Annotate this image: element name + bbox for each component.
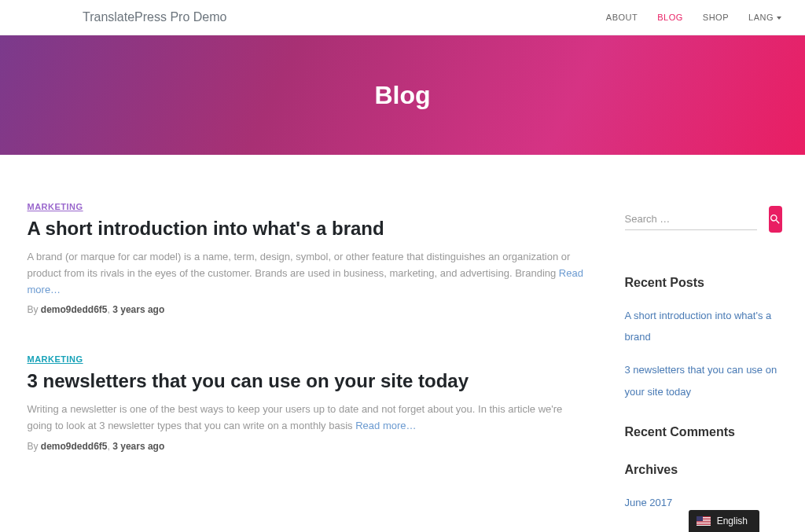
post: MARKETING A short introduction into what… <box>28 202 586 315</box>
nav-menu: ABOUT BLOG SHOP LANG <box>606 13 781 22</box>
post: MARKETING 3 newsletters that you can use… <box>28 354 586 452</box>
svg-rect-6 <box>697 525 711 526</box>
nav-link[interactable]: ABOUT <box>606 13 638 22</box>
list-item: June 2017 <box>625 491 782 512</box>
post-author[interactable]: demo9dedd6f5 <box>41 304 108 315</box>
search-input[interactable] <box>625 208 757 230</box>
post-excerpt: A brand (or marque for car model) is a n… <box>28 249 586 298</box>
page-title: Blog <box>374 81 430 110</box>
widget-title: Recent Posts <box>625 276 782 290</box>
language-switcher[interactable]: English <box>689 510 759 532</box>
archives-widget: Archives June 2017 <box>625 463 782 512</box>
post-title[interactable]: 3 newsletters that you can use on your s… <box>28 370 586 392</box>
archive-link[interactable]: June 2017 <box>625 497 673 508</box>
search-button[interactable] <box>769 206 782 233</box>
recent-comments-widget: Recent Comments <box>625 425 782 439</box>
widget-title: Archives <box>625 463 782 477</box>
recent-post-link[interactable]: 3 newsletters that you can use on your s… <box>625 364 777 397</box>
search-icon <box>769 213 781 226</box>
post-meta: By demo9dedd6f5, 3 years ago <box>28 441 586 452</box>
chevron-down-icon <box>777 17 781 20</box>
svg-rect-7 <box>697 516 703 521</box>
list-item: A short introduction into what's a brand <box>625 304 782 347</box>
brand-link[interactable]: TranslatePress Pro Demo <box>83 10 226 24</box>
post-title[interactable]: A short introduction into what's a brand <box>28 218 586 240</box>
nav-link[interactable]: SHOP <box>703 13 729 22</box>
read-more-link[interactable]: Read more… <box>355 420 416 431</box>
post-category-link[interactable]: MARKETING <box>28 354 586 364</box>
posts-column: MARKETING A short introduction into what… <box>24 202 586 532</box>
widget-title: Recent Comments <box>625 425 782 439</box>
recent-posts-list: A short introduction into what's a brand… <box>625 304 782 402</box>
post-meta: By demo9dedd6f5, 3 years ago <box>28 304 586 315</box>
nav-link[interactable]: BLOG <box>657 13 683 22</box>
post-date[interactable]: 3 years ago <box>112 304 164 315</box>
nav-item-about[interactable]: ABOUT <box>606 13 638 22</box>
recent-post-link[interactable]: A short introduction into what's a brand <box>625 310 772 343</box>
post-date[interactable]: 3 years ago <box>112 441 164 452</box>
sidebar: Recent Posts A short introduction into w… <box>625 202 782 532</box>
svg-rect-5 <box>697 523 711 524</box>
post-category-link[interactable]: MARKETING <box>28 202 586 211</box>
nav-item-shop[interactable]: SHOP <box>703 13 729 22</box>
archives-list: June 2017 <box>625 491 782 512</box>
nav-item-lang[interactable]: LANG <box>748 13 781 22</box>
recent-posts-widget: Recent Posts A short introduction into w… <box>625 276 782 402</box>
nav-item-blog[interactable]: BLOG <box>657 13 683 22</box>
main-container: MARKETING A short introduction into what… <box>24 155 782 532</box>
search-widget <box>625 206 782 233</box>
list-item: 3 newsletters that you can use on your s… <box>625 358 782 401</box>
language-label: English <box>717 515 748 526</box>
hero-banner: Blog <box>0 35 805 155</box>
post-author[interactable]: demo9dedd6f5 <box>41 441 108 452</box>
navbar: TranslatePress Pro Demo ABOUT BLOG SHOP … <box>0 0 805 35</box>
post-excerpt: Writing a newsletter is one of the best … <box>28 402 586 435</box>
nav-link[interactable]: LANG <box>748 13 781 22</box>
svg-rect-4 <box>697 522 711 523</box>
us-flag-icon <box>697 516 711 526</box>
